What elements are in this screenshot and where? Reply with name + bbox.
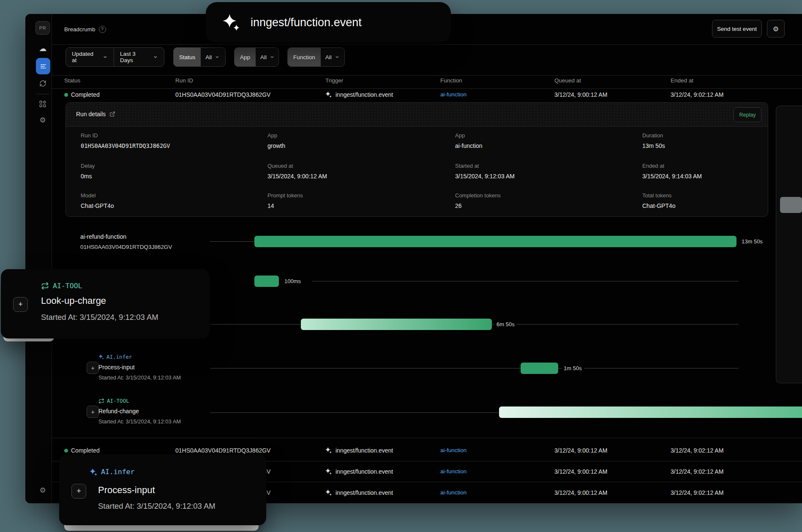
field-value-app-link[interactable]: ai-function <box>455 142 483 149</box>
step-name: Look-up-charge <box>41 295 106 306</box>
field-value: 3/15/2024, 9:12:03 AM <box>455 173 515 180</box>
field-value-app-link[interactable]: growth <box>267 142 285 149</box>
send-test-event-button[interactable]: Send test event <box>712 20 762 38</box>
field-label: Duration <box>642 132 663 139</box>
row-function-link[interactable]: ai-function <box>440 447 466 453</box>
field-value-run-id: 01HS0AA03V04D91RTDQ3J862GV <box>81 142 170 149</box>
breadcrumb-label: Breadcrumb <box>64 26 95 33</box>
field-value: 13m 50s <box>642 142 665 149</box>
row-run-id: 01HS0AA03V04D91RTDQ3J862GV <box>175 91 270 98</box>
row-queued-at: 3/12/24, 9:00:12 AM <box>554 489 607 496</box>
field-value: 14 <box>267 202 274 209</box>
field-label: Model <box>81 192 95 199</box>
sidebar-item-runs[interactable] <box>36 58 50 74</box>
col-function: Function <box>440 77 462 84</box>
status-filter[interactable]: Status All <box>173 47 226 67</box>
cloud-icon[interactable]: ☁ <box>35 42 50 55</box>
avatar[interactable]: PR <box>35 21 50 35</box>
timeline-track <box>210 412 499 413</box>
sort-dropdown[interactable]: Updated at <box>66 48 114 66</box>
function-filter-value: All <box>325 54 332 60</box>
range-label: Last 3 Days <box>120 51 150 63</box>
chevron-down-icon <box>270 55 275 60</box>
function-filter-label: Function <box>288 48 321 66</box>
timeline-bar-step4[interactable] <box>499 407 802 418</box>
sparkle-icon <box>325 489 332 496</box>
expand-step-button[interactable]: + <box>87 406 99 418</box>
expand-step-button[interactable]: + <box>13 297 28 312</box>
field-label: Started at <box>455 163 479 169</box>
sort-label: Updated at <box>72 51 99 63</box>
chevron-down-icon <box>103 55 108 60</box>
row-trigger: inngest/function.event <box>336 489 393 496</box>
row-ended-at: 3/12/24, 9:02:12 AM <box>671 91 723 98</box>
expand-step-button[interactable]: + <box>87 362 99 374</box>
filterbar-divider <box>52 75 802 76</box>
timeline-bar-root[interactable] <box>254 236 737 247</box>
row-trigger: inngest/function.event <box>336 468 393 475</box>
gear-icon[interactable]: ⚙ <box>35 114 50 126</box>
row-ended-at: 3/12/24, 9:02:12 AM <box>671 447 723 454</box>
function-filter[interactable]: Function All <box>287 47 345 67</box>
sort-range-filter: Updated at Last 3 Days <box>65 47 164 67</box>
chevron-down-icon <box>153 55 158 60</box>
sparkle-icon <box>325 91 332 98</box>
col-queued-at: Queued at <box>554 77 581 84</box>
run-details-header: Run details Replay <box>66 103 768 127</box>
app-window: PR ☁ ⚙ ⚙ <box>25 14 802 503</box>
timeline-bar-step1[interactable] <box>254 276 279 287</box>
chevron-down-icon <box>335 55 340 60</box>
step-started-at: Started At: 3/15/2024, 9:12:03 AM <box>98 502 216 511</box>
repeat-icon <box>98 398 104 404</box>
timeline-bar-step2[interactable] <box>301 319 492 330</box>
bar-duration-label: 100ms <box>282 278 303 284</box>
status-dot <box>64 93 68 97</box>
field-label: Ended at <box>642 163 664 169</box>
row-status: Completed <box>71 91 100 98</box>
step-started-at: Started At: 3/15/2024, 9:12:03 AM <box>41 313 158 322</box>
repeat-icon <box>41 282 49 290</box>
row-queued-at: 3/12/24, 9:00:12 AM <box>554 468 607 475</box>
sparkle-icon <box>223 14 240 31</box>
collapsed-side-panel[interactable] <box>776 106 802 383</box>
external-link-icon[interactable] <box>109 111 115 117</box>
step-tag: AI.infer <box>98 354 132 360</box>
app-filter-value: All <box>260 54 267 60</box>
step-started-at: Started At: 3/15/2024, 9:12:03 AM <box>98 374 181 381</box>
col-status: Status <box>64 77 80 84</box>
col-run-id: Run ID <box>175 77 193 84</box>
timeline-track <box>210 368 739 368</box>
row-function-link[interactable]: ai-function <box>440 91 466 98</box>
field-label: App <box>455 132 465 139</box>
field-value: 3/15/2024, 9:14:03 AM <box>642 173 702 180</box>
app-filter[interactable]: App All <box>234 47 279 67</box>
row-trigger: inngest/function.event <box>336 447 393 454</box>
run-details-panel: Run details Replay Run ID 01HS0AA03V04D9… <box>65 102 768 217</box>
range-dropdown[interactable]: Last 3 Days <box>114 48 164 66</box>
row-run-id: 01HS0AA03V04D91RTDQ3J862GV <box>175 447 270 454</box>
row-function-link[interactable]: ai-function <box>440 468 466 475</box>
help-icon[interactable]: ? <box>99 26 106 33</box>
row-status: Completed <box>71 447 100 454</box>
row-function-link[interactable]: ai-function <box>440 489 466 496</box>
step-tag: AI-TOOL <box>98 398 129 404</box>
sparkle-icon <box>98 354 104 360</box>
row-ended-at: 3/12/24, 9:02:12 AM <box>671 489 723 496</box>
timeline-bar-step3[interactable] <box>521 363 558 374</box>
expand-step-button[interactable]: + <box>71 484 86 499</box>
field-value: 3/15/2024, 9:00:12 AM <box>267 173 327 180</box>
step-tag: AI.infer <box>90 468 134 476</box>
row-ended-at: 3/12/24, 9:02:12 AM <box>671 468 723 475</box>
settings-gear-button[interactable]: ⚙ <box>767 20 785 38</box>
table-row[interactable]: Completed 01HS0AA03V04D91RTDQ3J862GV inn… <box>25 86 802 104</box>
status-filter-label: Status <box>174 48 201 66</box>
row-divider <box>52 438 802 438</box>
field-value: Chat-GPT4o <box>642 202 676 209</box>
runs-list-icon <box>39 63 47 70</box>
field-value: 26 <box>455 202 462 209</box>
field-label: Queued at <box>267 163 293 169</box>
scrollbar-thumb[interactable] <box>780 197 802 213</box>
replay-button[interactable]: Replay <box>734 107 761 122</box>
topbar-divider <box>52 44 802 45</box>
col-ended-at: Ended at <box>671 77 693 84</box>
